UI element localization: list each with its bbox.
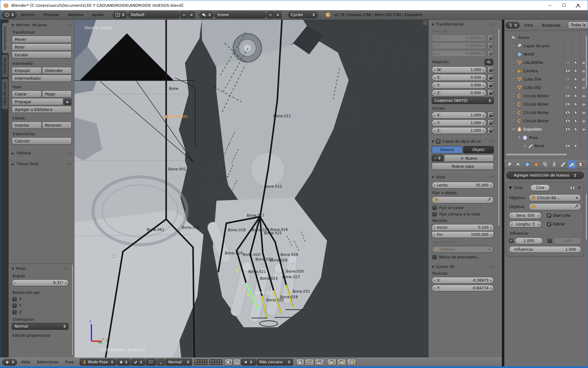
propagate-dropdown-arrow[interactable]: ▶ — [64, 98, 72, 105]
layer-cell[interactable] — [220, 360, 222, 362]
increment-icon[interactable] — [538, 215, 540, 217]
visibility-toggle[interactable] — [563, 133, 572, 142]
layer-cell[interactable] — [195, 360, 197, 362]
selectability-toggle[interactable] — [572, 50, 580, 58]
npanel-scrollbar[interactable] — [498, 28, 500, 226]
minimize-button[interactable] — [543, 0, 557, 10]
rotation-lock-4l-button[interactable]: 4L — [485, 59, 493, 65]
layer-cell[interactable] — [202, 362, 205, 365]
increment-icon[interactable] — [483, 77, 485, 79]
panel-grip-icon[interactable] — [67, 152, 72, 154]
scene-icon-button[interactable] — [199, 12, 214, 18]
scale-slider[interactable]: X:1.000 — [432, 112, 486, 119]
expand-icon[interactable]: + — [512, 69, 516, 73]
outliner-row-bone[interactable]: -Bone — [504, 142, 588, 150]
remover-button[interactable]: Remover — [42, 122, 72, 129]
clear-icon[interactable]: ✕ — [488, 247, 491, 252]
expand-icon[interactable]: + — [512, 94, 516, 98]
paste-pose-button[interactable] — [337, 359, 346, 366]
gpencil-enable-checkbox[interactable] — [436, 139, 440, 144]
eyedropper-icon[interactable] — [487, 198, 491, 203]
layer-cell[interactable] — [217, 360, 220, 362]
selectability-toggle[interactable] — [572, 33, 580, 42]
outliner-row-esqueleto[interactable]: -Esqueleto — [504, 125, 588, 133]
copiar-button[interactable]: Copiar — [12, 90, 42, 98]
layer-cell[interactable] — [215, 360, 217, 362]
clip-start-slider[interactable]: Inicio: 0.100 — [432, 224, 494, 231]
rotation-mode-select[interactable]: Cuaternio (WXYZ) — [432, 97, 494, 104]
lock-toggle[interactable] — [488, 112, 494, 119]
rotation-slider[interactable]: W:1.000 — [432, 66, 486, 73]
scale-slider[interactable]: Z:1.000 — [432, 127, 486, 134]
agregar-a-biblioteca-button[interactable]: Agregar a biblioteca — [12, 106, 72, 113]
cursor-slider[interactable]: X:-0.36973 — [432, 277, 494, 284]
cursor-slider[interactable]: Y:-0.84774 — [432, 285, 494, 291]
properties-tab-bone-constraints[interactable] — [568, 160, 576, 169]
manipulator-toggle[interactable] — [157, 359, 165, 366]
viewport-canvas[interactable]: z x y — [0, 20, 502, 358]
decrement-icon[interactable] — [434, 130, 435, 132]
constraint-delete-icon[interactable]: ✕ — [578, 185, 581, 190]
increment-icon[interactable] — [490, 287, 492, 290]
axis-z-checkbox[interactable] — [12, 310, 17, 314]
decrement-icon[interactable] — [434, 184, 435, 187]
visibility-toggle[interactable] — [563, 125, 572, 133]
rotate-panel-header[interactable]: ▼ Rotar — [12, 266, 69, 271]
visibility-toggle[interactable] — [563, 50, 572, 58]
screen-layout-field[interactable]: Default — [128, 12, 180, 18]
region-resize-corner[interactable] — [423, 20, 427, 25]
layer-cell[interactable] — [197, 362, 200, 365]
selectability-toggle[interactable] — [572, 117, 580, 125]
decrement-icon[interactable] — [511, 215, 512, 217]
selectability-toggle[interactable] — [572, 58, 580, 67]
selectability-toggle[interactable] — [572, 92, 580, 100]
decrement-icon[interactable] — [434, 114, 435, 117]
mover-button[interactable]: Mover — [12, 36, 72, 43]
outliner-filter-select[interactable]: Todas la — [568, 21, 588, 29]
menu-procesar[interactable]: Procesar — [39, 13, 64, 17]
view3d-menu-vista[interactable]: Vista — [18, 360, 34, 364]
viewport-3d-editor[interactable]: z x y Usuario (ortog) (2) Esqueleto : Bo… — [0, 20, 502, 366]
selectability-toggle[interactable] — [572, 133, 580, 142]
weight-checkbox[interactable] — [509, 239, 513, 243]
increment-icon[interactable] — [538, 223, 540, 226]
increment-icon[interactable] — [490, 184, 492, 187]
stretch-checkbox[interactable] — [547, 222, 551, 226]
visibility-toggle[interactable] — [563, 108, 572, 117]
renderability-toggle[interactable] — [580, 142, 588, 150]
add-layout-button[interactable]: + — [181, 12, 187, 18]
properties-tab-bone[interactable] — [559, 160, 567, 169]
collapse-icon[interactable]: - — [517, 136, 521, 140]
collapsed-panel-historia[interactable]: ▶Historia — [12, 151, 72, 155]
outliner-row-world[interactable]: World — [504, 50, 588, 58]
orientation-select[interactable]: Normal — [12, 323, 69, 330]
layer-cell[interactable] — [200, 362, 202, 365]
pivot-point-select[interactable] — [131, 359, 145, 366]
clip-end-slider[interactable]: Fin: 1000.000 — [432, 231, 494, 238]
lock-toggle[interactable] — [488, 119, 494, 126]
renderability-toggle[interactable] — [580, 100, 588, 108]
clear-target-icon[interactable]: ✕ — [575, 196, 578, 200]
constraint-name-field[interactable]: Cine — [530, 184, 550, 191]
outliner-menu-vista[interactable]: Vista — [520, 23, 538, 27]
outliner-hscrollbar[interactable] — [506, 153, 567, 156]
collapse-icon[interactable]: - — [523, 144, 527, 148]
lock-toggle[interactable] — [488, 74, 494, 81]
scale-slider[interactable]: Y:1.000 — [432, 119, 486, 126]
decrement-icon[interactable] — [434, 227, 435, 229]
selectability-toggle[interactable] — [572, 67, 580, 75]
add-scene-button[interactable]: + — [267, 12, 274, 18]
panel-grip-icon[interactable] — [67, 24, 72, 26]
expand-icon[interactable]: + — [512, 44, 516, 48]
add-bone-constraint-button[interactable]: Agregar restricción de huesos — [506, 172, 584, 179]
outliner-menu-busqueda[interactable]: Búsqueda — [538, 23, 565, 27]
menu-archivo[interactable]: Archivo — [17, 13, 39, 17]
collapsed-panel-tissue-tools[interactable]: ▶Tissue Tools — [12, 162, 72, 166]
increment-icon[interactable] — [483, 84, 485, 87]
visibility-toggle[interactable] — [563, 58, 572, 67]
outliner-row-c-rculo-b-zier[interactable]: +Círculo Bézier — [504, 108, 588, 117]
copy-pose-button[interactable] — [327, 359, 336, 366]
properties-scrollbar[interactable] — [585, 194, 587, 240]
lock-toggle[interactable] — [488, 127, 494, 134]
increment-icon[interactable] — [483, 69, 485, 71]
